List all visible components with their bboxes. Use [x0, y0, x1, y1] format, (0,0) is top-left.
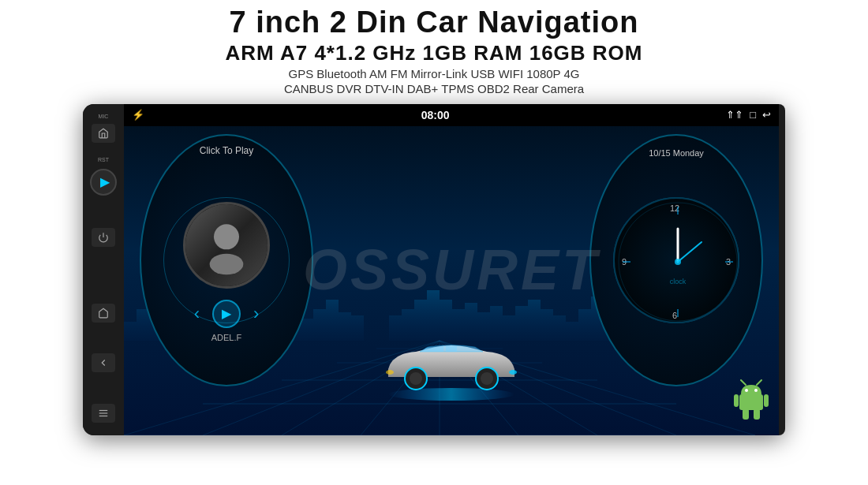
svg-rect-50: [754, 409, 760, 420]
page-container: 7 inch 2 Din Car Navigation ARM A7 4*1.2…: [0, 0, 868, 485]
rst-label: RST: [98, 157, 109, 162]
android-logo: [731, 377, 771, 427]
device-outer: MIC RST ▶: [83, 104, 785, 435]
album-art: [183, 202, 270, 289]
left-panel: MIC RST ▶: [83, 104, 124, 435]
svg-rect-49: [743, 409, 749, 420]
status-left: ⚡: [132, 109, 144, 121]
svg-point-26: [481, 372, 493, 385]
status-right: ⇑⇑ □ ↩: [726, 109, 771, 121]
svg-point-21: [210, 253, 244, 274]
title-section: 7 inch 2 Din Car Navigation ARM A7 4*1.2…: [0, 0, 868, 98]
menu-button[interactable]: [92, 404, 115, 423]
device-wrapper: MIC RST ▶: [59, 104, 809, 435]
status-bar: ⚡ 08:00 ⇑⇑ □ ↩: [124, 104, 779, 126]
specs-line: ARM A7 4*1.2 GHz 1GB RAM 16GB ROM: [0, 41, 868, 65]
expand-icon: ⇑⇑: [726, 109, 743, 121]
svg-point-22: [388, 388, 514, 401]
svg-point-20: [214, 224, 239, 249]
status-time: 08:00: [421, 109, 450, 121]
screen-area[interactable]: OSSURET ⚡ 08:00 ⇑⇑ □ ↩: [124, 104, 779, 435]
svg-point-40: [675, 259, 681, 265]
car-svg: [372, 330, 530, 401]
features-line-1: GPS Bluetooth AM FM Mirror-Link USB WIFI…: [0, 67, 868, 80]
clock-face: 12 3 6 9: [613, 197, 739, 323]
page-title: 7 inch 2 Din Car Navigation: [0, 6, 868, 39]
svg-line-46: [757, 380, 761, 385]
home-icon-btn[interactable]: [92, 124, 115, 143]
song-title: ADEL.F: [211, 333, 242, 342]
date-display: 10/15 Monday: [649, 148, 704, 158]
home-button-2[interactable]: [92, 304, 115, 323]
svg-rect-42: [739, 394, 763, 410]
svg-text:clock: clock: [670, 278, 687, 285]
watermark: OSSURET: [303, 237, 600, 302]
back-button[interactable]: [92, 353, 115, 372]
mic-label: MIC: [99, 114, 109, 119]
svg-point-27: [509, 370, 517, 375]
features-line-2: CANBUS DVR DTV-IN DAB+ TPMS OBD2 Rear Ca…: [0, 82, 868, 95]
svg-text:6: 6: [672, 311, 677, 320]
svg-point-43: [745, 389, 748, 392]
svg-line-39: [678, 242, 702, 262]
right-bezel: [779, 104, 785, 435]
bluetooth-icon: ⚡: [132, 109, 144, 121]
back-icon: ↩: [762, 109, 771, 121]
music-player-circle: Click To Play ‹: [140, 134, 313, 386]
power-button[interactable]: [92, 228, 115, 247]
svg-rect-47: [734, 394, 739, 407]
car-center: [372, 330, 530, 404]
svg-line-45: [741, 380, 746, 385]
svg-point-24: [410, 372, 422, 385]
clock-circle: 10/15 Monday 12 3 6 9: [589, 134, 763, 386]
play-button[interactable]: ▶: [90, 169, 117, 196]
svg-point-44: [754, 389, 758, 392]
window-icon: □: [750, 109, 756, 121]
svg-point-28: [386, 370, 394, 375]
click-to-play-label: Click To Play: [200, 145, 253, 156]
album-face-art: [185, 204, 268, 286]
button-group-top: [83, 122, 124, 144]
svg-rect-48: [764, 394, 769, 407]
